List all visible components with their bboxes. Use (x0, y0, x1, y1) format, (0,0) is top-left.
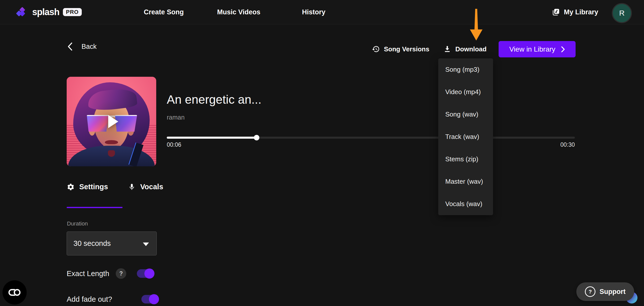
support-button[interactable]: ? Support (576, 282, 634, 301)
music-library-icon (552, 8, 560, 16)
total-time: 00:30 (560, 141, 575, 148)
fade-out-toggle[interactable] (141, 295, 158, 303)
nav-history[interactable]: History (302, 0, 325, 24)
song-title: An energetic an... (167, 93, 261, 106)
pro-badge: PRO (63, 8, 82, 16)
support-label: Support (599, 288, 625, 296)
progress-bar[interactable] (167, 136, 575, 139)
toggle-logo-icon (8, 289, 21, 296)
brand-name: splash (32, 7, 59, 17)
view-in-library-button[interactable]: View in Library (499, 41, 576, 57)
tab-vocals-label: Vocals (140, 183, 163, 191)
nav-music-videos[interactable]: Music Videos (217, 0, 260, 24)
active-tab-indicator (67, 207, 123, 208)
elapsed-time: 00:06 (167, 141, 181, 148)
gear-icon (67, 183, 75, 191)
question-mark-badge[interactable]: ? (116, 268, 126, 279)
portrait-beard (108, 150, 115, 157)
menu-item-song-mp3[interactable]: Song (mp3) (438, 58, 493, 81)
download-label: Download (455, 45, 487, 53)
song-artist: raman (167, 114, 185, 121)
toggle-knob (149, 294, 159, 304)
menu-item-master-wav[interactable]: Master (wav) (438, 170, 493, 193)
duration-value: 30 seconds (73, 239, 111, 248)
avatar[interactable]: R (612, 3, 632, 23)
exact-length-label: Exact Length (67, 270, 109, 278)
menu-item-track-wav[interactable]: Track (wav) (438, 126, 493, 148)
nav-create-song[interactable]: Create Song (144, 0, 184, 24)
action-row: Song Versions Download View in Library (0, 41, 644, 57)
song-versions-button[interactable]: Song Versions (372, 41, 429, 57)
view-in-library-label: View in Library (509, 45, 555, 53)
splash-pro-app: splash PRO Create Song Music Videos Hist… (0, 0, 644, 306)
history-icon (372, 45, 380, 53)
exact-length-toggle[interactable] (137, 269, 153, 278)
menu-item-song-wav[interactable]: Song (wav) (438, 103, 493, 126)
caret-down-icon (143, 242, 149, 246)
exact-length-row: Exact Length ? (67, 268, 153, 279)
tab-settings-label: Settings (79, 183, 108, 191)
my-library-label: My Library (564, 8, 598, 16)
navbar: splash PRO Create Song Music Videos Hist… (0, 0, 644, 24)
toggle-knob (144, 269, 154, 279)
tab-bar: Settings Vocals (67, 183, 163, 200)
duration-select[interactable]: 30 seconds (67, 232, 157, 255)
avatar-initial: R (619, 9, 625, 17)
song-versions-label: Song Versions (384, 45, 429, 53)
progress-thumb[interactable] (254, 135, 259, 140)
menu-item-stems-zip[interactable]: Stems (zip) (438, 148, 493, 170)
download-icon (443, 45, 451, 53)
nav-my-library[interactable]: My Library (552, 0, 598, 24)
fade-out-row: Add fade out? (67, 295, 158, 303)
question-circle-icon: ? (585, 286, 595, 297)
duration-label: Duration (67, 220, 88, 227)
download-menu: Song (mp3) Video (mp4) Song (wav) Track … (438, 58, 493, 215)
chevron-right-icon (561, 46, 565, 53)
download-button[interactable]: Download (443, 41, 487, 57)
play-icon[interactable] (108, 115, 118, 128)
tab-settings[interactable]: Settings (67, 183, 108, 200)
album-art[interactable] (67, 77, 156, 166)
menu-item-vocals-wav[interactable]: Vocals (wav) (438, 193, 493, 215)
splash-diamonds-icon (16, 7, 29, 18)
progress-fill (167, 137, 257, 139)
tab-vocals[interactable]: Vocals (128, 183, 163, 200)
microphone-icon (128, 183, 136, 191)
splash-logo[interactable]: splash PRO (16, 0, 82, 24)
menu-item-video-mp4[interactable]: Video (mp4) (438, 81, 493, 103)
consent-widget-button[interactable] (3, 280, 27, 304)
fade-out-label: Add fade out? (67, 295, 112, 303)
